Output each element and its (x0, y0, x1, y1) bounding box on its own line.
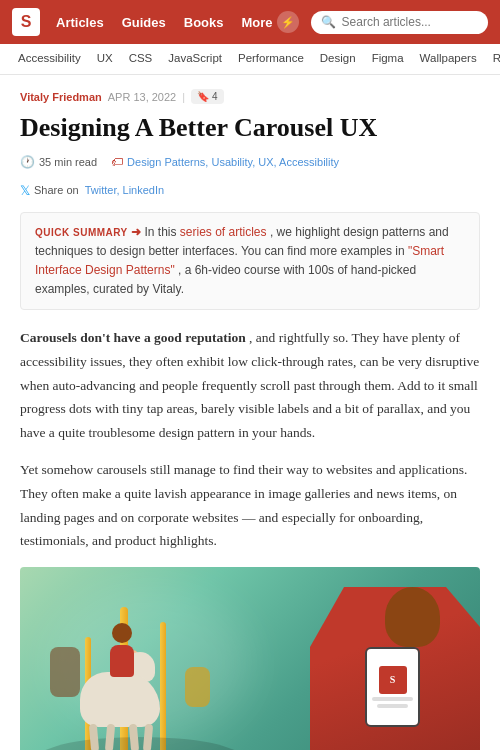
publish-date: APR 13, 2022 (108, 91, 177, 103)
person-head (385, 587, 440, 647)
nav-books[interactable]: Books (176, 9, 232, 36)
share-label: Share on (34, 184, 79, 196)
read-time-label: 35 min read (39, 156, 97, 168)
phone-bar-1 (372, 697, 413, 701)
tags-item: 🏷 Design Patterns, Usability, UX, Access… (111, 155, 339, 169)
carousel-pole-3 (160, 622, 166, 750)
horse-leg-1 (89, 724, 99, 750)
main-nav: S Articles Guides Books More ⚡ 🔍 (0, 0, 500, 44)
rider (110, 623, 134, 677)
rider-head (112, 623, 132, 643)
article-title: Designing A Better Carousel UX (20, 112, 480, 145)
article-content: Vitaly Friedman APR 13, 2022 | 🔖 4 Desig… (0, 75, 500, 750)
bookmark-icon: 🔖 (197, 91, 209, 102)
sec-nav-performance[interactable]: Performance (230, 44, 312, 74)
sec-nav-figma[interactable]: Figma (364, 44, 412, 74)
author-name[interactable]: Vitaly Friedman (20, 91, 102, 103)
nav-guides[interactable]: Guides (114, 9, 174, 36)
bookmark-badge[interactable]: 🔖 4 (191, 89, 224, 104)
body-text-1: , and rightfully so. They have plenty of… (20, 330, 479, 440)
bg-person-2 (185, 667, 210, 707)
meta-row: 🕐 35 min read 🏷 Design Patterns, Usabili… (20, 155, 480, 198)
tag-icon: 🏷 (111, 155, 123, 169)
phone-logo: S (379, 666, 407, 694)
series-link[interactable]: series of articles (180, 225, 267, 239)
share-links[interactable]: Twitter, LinkedIn (85, 184, 165, 196)
phone-device: S (365, 647, 420, 727)
summary-arrow: ➜ (131, 225, 144, 239)
sec-nav-javascript[interactable]: JavaScript (160, 44, 230, 74)
separator: | (182, 91, 185, 103)
summary-text-prefix: In this (144, 225, 176, 239)
horse (80, 672, 160, 727)
logo[interactable]: S (12, 8, 40, 36)
phone-person: S (300, 577, 480, 750)
secondary-nav: Accessibility UX CSS JavaScript Performa… (0, 44, 500, 75)
nav-articles[interactable]: Articles (48, 9, 112, 36)
sec-nav-ux[interactable]: UX (89, 44, 121, 74)
sec-nav-design[interactable]: Design (312, 44, 364, 74)
carousel-illustration: S (20, 567, 480, 750)
phone-bar-2 (377, 704, 408, 708)
carousel-base (40, 737, 240, 750)
sec-nav-accessibility[interactable]: Accessibility (10, 44, 89, 74)
sec-nav-wallpapers[interactable]: Wallpapers (412, 44, 485, 74)
body-paragraph-2: Yet somehow carousels still manage to fi… (20, 458, 480, 553)
rider-body (110, 645, 134, 677)
article-image: S (20, 567, 480, 750)
sec-nav-css[interactable]: CSS (121, 44, 161, 74)
share-item: 𝕏 Share on Twitter, LinkedIn (20, 183, 164, 198)
author-line: Vitaly Friedman APR 13, 2022 | 🔖 4 (20, 89, 480, 104)
search-input[interactable] (342, 15, 478, 29)
clock-icon: 🕐 (20, 155, 35, 169)
tags-link[interactable]: Design Patterns, Usability, UX, Accessib… (127, 156, 339, 168)
phone-screen: S (367, 649, 418, 725)
bookmark-count: 4 (212, 91, 218, 102)
summary-box: QUICK SUMMARY ➜ In this series of articl… (20, 212, 480, 311)
nav-items: Articles Guides Books More ⚡ (48, 5, 307, 39)
quick-summary-label: QUICK SUMMARY (35, 227, 128, 238)
body-paragraph-1: Carousels don't have a good reputation ,… (20, 326, 480, 444)
bg-person-1 (50, 647, 80, 697)
search-icon: 🔍 (321, 15, 336, 30)
read-time: 🕐 35 min read (20, 155, 97, 169)
more-icon: ⚡ (277, 11, 299, 33)
search-box[interactable]: 🔍 (311, 11, 488, 34)
horse-scene: S (20, 567, 480, 750)
twitter-icon: 𝕏 (20, 183, 30, 198)
sec-nav-react[interactable]: React (485, 44, 500, 74)
nav-more[interactable]: More ⚡ (234, 5, 307, 39)
article-body: Carousels don't have a good reputation ,… (20, 326, 480, 553)
bold-lead: Carousels don't have a good reputation (20, 330, 246, 345)
